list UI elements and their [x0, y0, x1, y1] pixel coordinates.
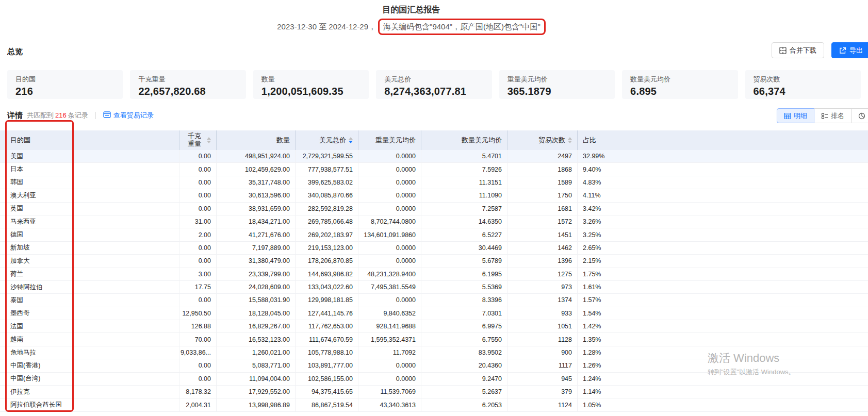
stat-card-label: 数量美元均价 [630, 75, 729, 84]
table-row[interactable]: 泰国0.0015,588,031.90129,998,181.850.00008… [0, 294, 868, 307]
table-row[interactable]: 加拿大0.0031,380,479.00178,206,870.850.0000… [0, 255, 868, 268]
country-cell: 荷兰 [0, 268, 179, 281]
value-cell: 86,867,519.54 [296, 398, 358, 411]
table-row[interactable]: 伊拉克8,178.3217,929,552.0094,375,415.6511,… [0, 386, 868, 398]
export-button[interactable]: 导出 [831, 42, 868, 58]
value-cell: 9,840.6352 [358, 307, 421, 320]
stat-card: 重量美元均价365.1879 [499, 70, 615, 99]
stat-card-value: 22,657,820.68 [138, 85, 237, 98]
value-cell: 127,441,145.76 [296, 307, 358, 320]
country-cell: 韩国 [0, 176, 179, 189]
match-count: 216 [55, 111, 67, 119]
table-row[interactable]: 法国126.8816,829,267.00117,762,653.00928,1… [0, 320, 868, 333]
country-cell: 越南 [0, 333, 179, 346]
value-cell: 43,340.3613 [358, 398, 421, 411]
tab-label: 排名 [831, 111, 844, 121]
table-header-row: 目的国千克重量数量美元总价重量美元均价数量美元均价贸易次数占比 [0, 130, 868, 150]
report-page: 目的国汇总报告 2023-12-30 至 2024-12-29，海关编码包含"9… [0, 0, 868, 416]
stat-card-value: 6.895 [630, 85, 729, 98]
table-row[interactable]: 沙特阿拉伯17.7524,028,609.00133,043,022.607,4… [0, 281, 868, 294]
stat-card-label: 千克重量 [138, 75, 237, 84]
value-cell: 20.4360 [421, 359, 507, 372]
value-cell: 13,998,986.89 [217, 398, 296, 411]
country-cell: 英国 [0, 203, 179, 215]
table-row[interactable]: 德国2.0041,271,676.00269,202,183.97134,601… [0, 228, 868, 241]
table-row[interactable]: 新加坡0.007,197,889.00219,153,123.000.00003… [0, 242, 868, 255]
table-row[interactable]: 澳大利亚0.0030,613,596.00340,085,870.660.000… [0, 189, 868, 202]
value-cell: 933 [507, 307, 578, 320]
tab-明细[interactable]: 明细 [777, 108, 814, 123]
table-row[interactable]: 英国0.0038,931,659.00282,592,819.280.00007… [0, 203, 868, 215]
column-header[interactable]: 千克重量 [179, 130, 217, 150]
value-cell: 2.65% [578, 242, 868, 255]
value-cell: 6.2053 [421, 398, 507, 411]
stat-card: 千克重量22,657,820.68 [130, 70, 245, 99]
value-cell: 133,043,022.60 [296, 281, 358, 294]
table-row[interactable]: 韩国0.0035,317,748.00399,625,583.020.00001… [0, 176, 868, 189]
value-cell: 18,128,045.00 [217, 307, 296, 320]
table-row[interactable]: 美国0.00498,951,924.002,729,321,599.550.00… [0, 150, 868, 163]
value-cell: 900 [507, 346, 578, 359]
value-cell: 9.2470 [421, 373, 507, 386]
merge-download-icon [779, 47, 787, 54]
value-cell: 18,434,271.00 [217, 215, 296, 228]
stat-card-label: 目的国 [15, 75, 114, 84]
value-cell: 7,495,381.5549 [358, 281, 421, 294]
column-header[interactable]: 美元总价 [296, 130, 358, 150]
value-cell: 105,778,988.10 [296, 346, 358, 359]
value-cell: 928,141.9688 [358, 320, 421, 333]
value-cell: 1396 [507, 255, 578, 268]
match-info: 共匹配到216条记录 [27, 111, 88, 120]
value-cell: 0.00 [179, 373, 217, 386]
value-cell: 1.75% [578, 268, 868, 281]
table-row[interactable]: 日本0.00102,459,629.00777,938,577.510.0000… [0, 163, 868, 176]
divider [95, 112, 96, 119]
view-trade-records-link[interactable]: 查看贸易记录 [103, 111, 154, 120]
value-cell: 1.54% [578, 307, 868, 320]
column-header[interactable]: 贸易次数 [507, 130, 578, 150]
value-cell: 269,785,066.48 [296, 215, 358, 228]
value-cell: 0.00 [179, 189, 217, 202]
country-cell: 墨西哥 [0, 307, 179, 320]
country-cell: 加拿大 [0, 255, 179, 268]
column-header-label: 数量 [276, 136, 290, 145]
country-cell: 沙特阿拉伯 [0, 281, 179, 294]
sort-carets-icon[interactable] [349, 137, 353, 143]
column-header-label: 目的国 [10, 136, 30, 145]
column-header-label: 贸易次数 [538, 136, 565, 145]
value-cell: 1,595,352.4371 [358, 333, 421, 346]
value-cell: 1,260,021.00 [217, 346, 296, 359]
view-trade-records-label: 查看贸易记录 [113, 111, 154, 120]
value-cell: 11.3151 [421, 176, 507, 189]
merge-download-button[interactable]: 合并下载 [772, 42, 824, 58]
country-cell: 法国 [0, 320, 179, 333]
value-cell: 102,586,155.00 [296, 373, 358, 386]
column-header-label: 重量美元均价 [375, 136, 416, 145]
table-row[interactable]: 阿拉伯联合酋长国2,004.3113,998,986.8986,867,519.… [0, 398, 868, 411]
value-cell: 117,762,653.00 [296, 320, 358, 333]
stat-card-label: 数量 [261, 75, 361, 84]
table-row[interactable]: 荷兰3.0023,339,799.00144,693,986.8248,231,… [0, 268, 868, 281]
value-cell: 11.1090 [421, 189, 507, 202]
table-row[interactable]: 墨西哥12,950.5018,128,045.00127,441,145.769… [0, 307, 868, 320]
table-row[interactable]: 越南70.0016,532,123.00111,674,670.591,595,… [0, 333, 868, 346]
value-cell: 16,829,267.00 [217, 320, 296, 333]
value-cell: 1128 [507, 333, 578, 346]
table-row[interactable]: 马来西亚31.0018,434,271.00269,785,066.488,70… [0, 215, 868, 228]
country-cell: 澳大利亚 [0, 189, 179, 202]
stat-card: 数量1,200,051,609.35 [253, 70, 369, 99]
value-cell: 0.00 [179, 242, 217, 255]
value-cell: 1750 [507, 189, 578, 202]
value-cell: 11,094,004.00 [217, 373, 296, 386]
sort-carets-icon[interactable] [207, 137, 211, 143]
value-cell: 219,153,123.00 [296, 242, 358, 255]
tab-占比[interactable]: 占比 [851, 108, 868, 123]
value-cell: 1117 [507, 359, 578, 372]
country-cell: 中国(香港) [0, 359, 179, 372]
detail-section-title: 详情 [7, 111, 23, 121]
tab-排名[interactable]: 排名 [814, 108, 851, 123]
value-cell: 5.2637 [421, 386, 507, 398]
value-cell: 103,891,777.00 [296, 359, 358, 372]
filter-conditions: 海关编码包含"9404"，原产国(地区)包含"中国" [383, 22, 541, 31]
sort-carets-icon[interactable] [568, 137, 572, 143]
